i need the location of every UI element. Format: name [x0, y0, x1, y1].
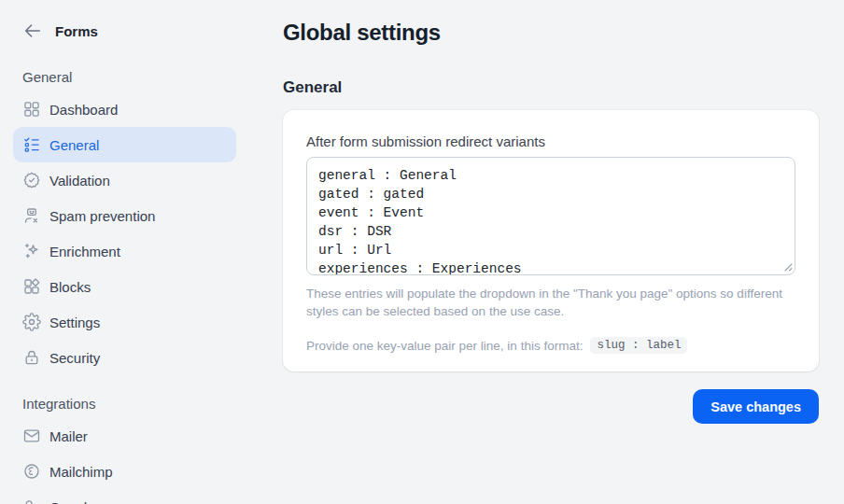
sidebar-item-dashboard[interactable]: Dashboard	[13, 91, 236, 127]
sidebar-item-label: Enrichment	[49, 244, 120, 259]
sidebar-item-security[interactable]: Security	[13, 340, 236, 375]
format-text: Provide one key-value pair per line, in …	[306, 339, 583, 353]
badge-check-icon	[22, 171, 41, 189]
save-row: Save changes	[283, 389, 819, 424]
help-text: These entries will populate the dropdown…	[306, 285, 794, 320]
sidebar-item-label: Settings	[49, 315, 100, 330]
sidebar-item-google[interactable]: Google	[13, 489, 236, 504]
field-label: After form submission redirect variants	[306, 133, 795, 149]
sidebar-item-label: Mailchimp	[49, 464, 113, 480]
dashboard-icon	[22, 100, 41, 119]
gear-icon	[22, 313, 41, 331]
format-row: Provide one key-value pair per line, in …	[306, 337, 795, 354]
sparkles-icon	[22, 242, 41, 260]
sidebar-nav-general: DashboardGeneralValidationSpam preventio…	[13, 91, 261, 375]
back-to-forms[interactable]: Forms	[13, 19, 261, 43]
back-label: Forms	[55, 23, 98, 39]
main-content: Global settings General After form submi…	[283, 0, 819, 424]
envelope-icon	[22, 427, 41, 445]
sidebar-nav-integrations: MailerMailchimpGoogle	[13, 418, 261, 504]
lock-icon	[22, 348, 41, 367]
arrow-left-icon	[22, 21, 43, 41]
page-title: Global settings	[283, 20, 819, 46]
blocks-icon	[22, 277, 41, 296]
sidebar-item-mailchimp[interactable]: Mailchimp	[13, 454, 236, 489]
sidebar-item-label: Spam prevention	[49, 208, 155, 224]
sidebar-item-label: Dashboard	[49, 102, 118, 118]
editor-wrap	[306, 157, 795, 275]
sidebar-item-label: Security	[49, 350, 100, 366]
sidebar-item-enrichment[interactable]: Enrichment	[13, 233, 236, 269]
sidebar-item-mailer[interactable]: Mailer	[13, 418, 236, 454]
robot-icon	[22, 206, 41, 225]
sidebar-item-spam-prevention[interactable]: Spam prevention	[13, 198, 236, 233]
sidebar-item-label: Validation	[49, 173, 110, 189]
sidebar-item-blocks[interactable]: Blocks	[13, 269, 236, 304]
sidebar: Forms GeneralDashboardGeneralValidationS…	[0, 0, 261, 504]
mailchimp-icon	[22, 462, 41, 481]
settings-card: After form submission redirect variants …	[283, 110, 819, 371]
checklist-icon	[22, 135, 41, 154]
sidebar-item-label: General	[49, 137, 99, 153]
sidebar-item-validation[interactable]: Validation	[13, 162, 236, 198]
sidebar-item-label: Mailer	[49, 428, 88, 444]
sidebar-item-label: Google	[49, 499, 94, 504]
redirect-variants-textarea[interactable]	[306, 157, 795, 275]
sidebar-item-general[interactable]: General	[13, 127, 236, 162]
sidebar-section-title-integrations: Integrations	[22, 396, 261, 414]
app-window: Forms GeneralDashboardGeneralValidationS…	[0, 0, 844, 504]
sidebar-item-settings[interactable]: Settings	[13, 304, 236, 340]
sidebar-item-label: Blocks	[49, 279, 91, 295]
section-heading: General	[283, 78, 819, 97]
key-icon	[22, 497, 41, 504]
sidebar-section-title-general: General	[22, 69, 261, 88]
format-code-chip: slug : label	[590, 337, 687, 354]
save-changes-button[interactable]: Save changes	[693, 389, 819, 424]
